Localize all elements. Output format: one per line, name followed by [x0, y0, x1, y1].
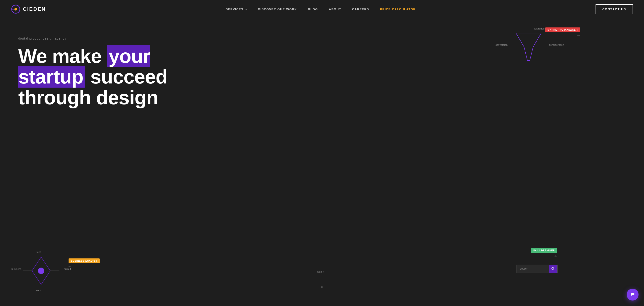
scroll-dot: [321, 286, 323, 288]
svg-line-6: [554, 269, 554, 270]
chat-icon: [630, 292, 635, 297]
svg-marker-3: [516, 33, 541, 47]
hero-title-before: We make: [18, 45, 107, 67]
business-analyst-tag: BUSINESS ANALYST: [68, 258, 100, 263]
funnel-diagram: awareness consideration conversion: [514, 31, 544, 64]
chat-bubble[interactable]: [627, 289, 638, 300]
hero-title: We make your startup succeed through des…: [18, 46, 212, 108]
chevron-down-icon: ▾: [246, 8, 247, 11]
funnel-icon: [514, 31, 544, 63]
svg-point-5: [552, 267, 554, 269]
main-nav: CIEDEN SERVICES ▾ DISCOVER OUR WORK BLOG…: [0, 0, 644, 18]
edit-icon: ✏: [577, 34, 580, 37]
awareness-label: awareness: [534, 27, 546, 30]
scroll-indicator: scroll: [317, 270, 327, 288]
logo-icon: [11, 4, 20, 14]
contact-us-button[interactable]: CONTACT US: [596, 4, 633, 14]
nav-item-services[interactable]: SERVICES ▾: [226, 7, 247, 11]
nav-link-discover[interactable]: DISCOVER OUR WORK: [258, 8, 297, 11]
hero-section: digital product design agency We make yo…: [0, 18, 644, 306]
nav-link-services[interactable]: SERVICES ▾: [226, 8, 247, 11]
business-analyst-badge: BUSINESS ANALYST ✏: [68, 258, 100, 268]
nav-item-discover[interactable]: DISCOVER OUR WORK: [258, 7, 297, 11]
nav-item-price-calculator[interactable]: PRICE CALCULATOR: [380, 7, 416, 11]
search-icon: [552, 267, 555, 270]
ux-designer-tag: UX/UI DESIGNER: [531, 248, 557, 253]
svg-point-8: [38, 267, 44, 274]
svg-marker-4: [524, 47, 533, 61]
logo[interactable]: CIEDEN: [11, 4, 46, 14]
search-button[interactable]: [549, 265, 558, 273]
scroll-label: scroll: [317, 270, 327, 273]
nav-item-blog[interactable]: BLOG: [308, 7, 318, 11]
search-input[interactable]: [517, 265, 549, 273]
users-label: users: [35, 289, 41, 292]
tech-label: tech: [36, 251, 41, 253]
diamond-icon: [18, 252, 64, 289]
search-widget: [516, 265, 558, 273]
nav-links: SERVICES ▾ DISCOVER OUR WORK BLOG ABOUT …: [226, 7, 416, 11]
scroll-line: [322, 275, 322, 284]
business-label: business: [12, 267, 21, 270]
nav-item-about[interactable]: ABOUT: [329, 7, 341, 11]
nav-item-careers[interactable]: CAREERS: [352, 7, 369, 11]
ux-designer-badge: UX/UI DESIGNER ✏: [531, 248, 557, 258]
marketing-manager-tag: MARKETING MANAGER: [545, 28, 580, 32]
nav-link-careers[interactable]: CAREERS: [352, 8, 369, 11]
edit-icon-3: ✏: [68, 265, 100, 268]
consideration-label: consideration: [549, 44, 564, 46]
marketing-manager-badge: MARKETING MANAGER ✏: [545, 28, 580, 37]
nav-link-price-calculator[interactable]: PRICE CALCULATOR: [380, 8, 416, 11]
brand-name: CIEDEN: [23, 6, 46, 12]
diamond-diagram: business output tech users: [18, 252, 64, 290]
edit-icon-2: ✏: [554, 254, 557, 258]
nav-link-about[interactable]: ABOUT: [329, 8, 341, 11]
svg-point-1: [14, 8, 17, 11]
nav-link-blog[interactable]: BLOG: [308, 8, 318, 11]
conversion-label: conversion: [496, 44, 508, 46]
output-label: output: [64, 267, 71, 270]
